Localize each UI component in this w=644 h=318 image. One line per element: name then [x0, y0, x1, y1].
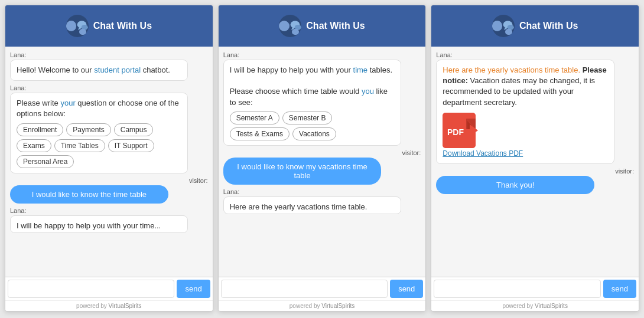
visitor-bubble-3: Thank you! — [436, 176, 594, 194]
svg-marker-9 — [505, 27, 508, 30]
bot-message-1-3: Lana: I will be happy to help you with y… — [10, 207, 208, 233]
svg-point-10 — [508, 25, 514, 30]
svg-marker-1 — [78, 27, 82, 30]
visitor-label: visitor: — [436, 168, 634, 175]
send-button-2[interactable]: send — [390, 280, 423, 298]
chat-input-area-2: send — [219, 277, 426, 300]
chat-input-area-1: send — [5, 277, 213, 300]
footer-brand-2: VirtualSpirits — [321, 303, 354, 309]
chat-body-1: Lana: Hello! Welcome to our student port… — [5, 47, 213, 277]
option-vacations[interactable]: Vacations — [292, 127, 336, 140]
sender-label: Lana: — [223, 51, 421, 58]
option-campus[interactable]: Campus — [114, 123, 154, 136]
chat-title-2: Chat With Us — [306, 21, 365, 31]
sender-label: Lana: — [10, 84, 208, 91]
visitor-bubble-2: I would like to know my vacations time t… — [223, 158, 382, 185]
svg-text:PDF: PDF — [447, 127, 464, 137]
chat-header-2: Chat With Us — [219, 5, 426, 47]
chat-input-3[interactable] — [434, 280, 600, 298]
visitor-message-1-1: visitor: I would like to know the time t… — [10, 177, 208, 204]
pdf-icon: PDF — [443, 113, 476, 148]
chat-icon-2 — [279, 15, 301, 37]
chat-title-3: Chat With Us — [519, 21, 578, 31]
footer-brand-1: VirtualSpirits — [109, 303, 142, 309]
option-itsupport[interactable]: IT Support — [108, 139, 154, 152]
sender-label: Lana: — [10, 207, 208, 214]
pdf-container: PDF — [443, 113, 607, 148]
footer-brand-3: VirtualSpirits — [535, 303, 568, 309]
bot-bubble: Hello! Welcome to our student portal cha… — [10, 60, 188, 81]
bot-bubble-2: I will be happy to help you with your ti… — [223, 60, 401, 146]
visitor-message-3-1: visitor: Thank you! — [436, 168, 634, 194]
option-buttons-1: Enrollment Payments Campus Exams Time Ta… — [17, 123, 181, 168]
partial-bubble-2: Here are the yearly vacations time table… — [223, 196, 401, 214]
chat-header-1: Chat With Us — [5, 5, 213, 47]
svg-marker-5 — [291, 27, 295, 30]
sender-label: Lana: — [223, 188, 421, 195]
partial-bubble: I will be happy to help you with your ti… — [10, 215, 188, 233]
visitor-label: visitor: — [10, 177, 208, 184]
svg-point-2 — [82, 25, 88, 30]
chat-input-1[interactable] — [8, 280, 174, 298]
chat-input-area-3: send — [431, 277, 639, 300]
svg-marker-7 — [295, 29, 298, 31]
svg-marker-3 — [82, 29, 86, 31]
chat-footer-3: powered by VirtualSpirits — [431, 300, 639, 311]
bot-message-1-1: Lana: Hello! Welcome to our student port… — [10, 51, 208, 81]
chat-panel-3: Chat With Us Lana: Here are the yearly v… — [431, 5, 639, 312]
option-buttons-2: Semester A Semester B Tests & Exams Vaca… — [230, 112, 395, 140]
chat-icon-3 — [492, 15, 515, 37]
option-tests-exams[interactable]: Tests & Exams — [230, 127, 290, 140]
svg-marker-11 — [508, 29, 512, 31]
chat-footer-2: powered by VirtualSpirits — [219, 300, 426, 311]
chat-icon-1 — [66, 15, 89, 37]
chat-input-2[interactable] — [221, 280, 388, 298]
chat-panel-2: Chat With Us Lana: I will be happy to he… — [218, 5, 427, 312]
send-button-1[interactable]: send — [177, 280, 210, 298]
visitor-bubble: I would like to know the time table — [10, 185, 168, 204]
option-personalarea[interactable]: Personal Area — [17, 155, 74, 168]
option-enrollment[interactable]: Enrollment — [17, 123, 63, 136]
send-button-3[interactable]: send — [603, 280, 636, 298]
chat-title-1: Chat With Us — [93, 21, 152, 31]
option-semester-b[interactable]: Semester B — [282, 112, 333, 124]
chat-body-3: Lana: Here are the yearly vacations time… — [431, 47, 639, 277]
bot-message-2-2: Lana: Here are the yearly vacations time… — [223, 188, 421, 214]
sender-label: Lana: — [10, 51, 208, 58]
svg-marker-16 — [470, 124, 478, 136]
bot-message-1-2: Lana: Please write your question or choo… — [10, 84, 208, 173]
visitor-message-2-1: visitor: I would like to know my vacatio… — [223, 149, 421, 185]
chat-header-3: Chat With Us — [431, 5, 639, 47]
bot-message-2-1: Lana: I will be happy to help you with y… — [223, 51, 421, 146]
bot-bubble-options: Please write your question or choose one… — [10, 93, 188, 173]
svg-point-6 — [294, 25, 301, 30]
chat-footer-1: powered by VirtualSpirits — [5, 300, 213, 311]
visitor-label: visitor: — [223, 149, 421, 156]
bot-message-3-1: Lana: Here are the yearly vacations time… — [436, 51, 634, 164]
bot-bubble-3: Here are the yearly vacations time table… — [436, 60, 614, 164]
option-exams[interactable]: Exams — [17, 139, 51, 152]
option-timetables[interactable]: Time Tables — [54, 139, 105, 152]
option-semester-a[interactable]: Semester A — [230, 112, 279, 124]
sender-label: Lana: — [436, 51, 634, 58]
pdf-download-link[interactable]: Download Vacations PDF — [443, 149, 523, 158]
chat-panel-1: Chat With Us Lana: Hello! Welcome to our… — [5, 5, 213, 312]
option-payments[interactable]: Payments — [66, 123, 110, 136]
chat-body-2: Lana: I will be happy to help you with y… — [219, 47, 426, 277]
